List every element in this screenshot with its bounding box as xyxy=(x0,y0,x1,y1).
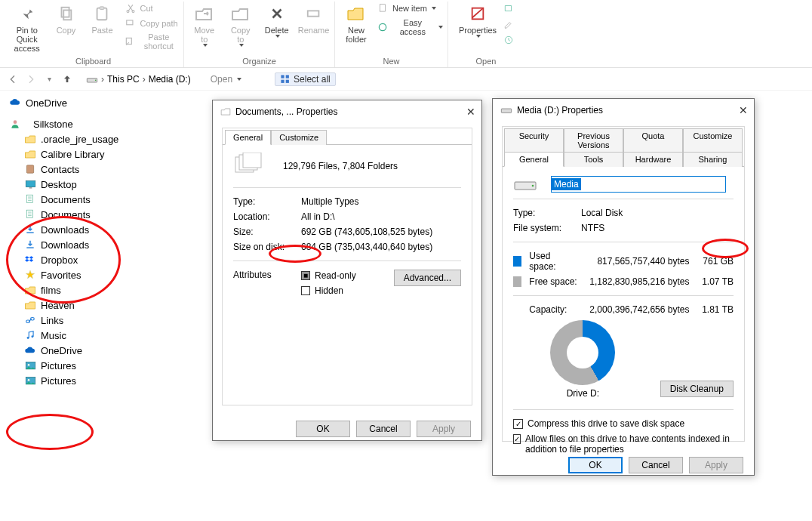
history-icon xyxy=(503,34,515,46)
advanced-button[interactable]: Advanced... xyxy=(394,270,461,286)
dialog-title-bar[interactable]: Media (D:) Properties ✕ xyxy=(493,99,754,122)
cancel-button[interactable]: Cancel xyxy=(356,421,411,437)
sidebar-item[interactable]: Desktop xyxy=(5,177,200,192)
paste-shortcut-button[interactable]: Paste shortcut xyxy=(123,32,180,51)
folder-icon xyxy=(220,107,231,116)
copy-path-button[interactable]: Copy path xyxy=(123,17,180,30)
desktop-icon xyxy=(24,178,36,190)
sidebar-item[interactable]: Music xyxy=(5,328,200,343)
svg-rect-22 xyxy=(29,187,32,188)
sidebar-item-onedrive-root[interactable]: OneDrive xyxy=(5,95,200,110)
select-all-label: Select all xyxy=(294,74,331,85)
tab-customize[interactable]: Customize xyxy=(683,128,743,152)
ribbon-label: Pin to Quick access xyxy=(9,26,45,53)
pin-to-quick-access-button[interactable]: Pin to Quick access xyxy=(6,2,48,54)
sidebar-item[interactable]: Downloads xyxy=(5,237,200,252)
tab-hardware[interactable]: Hardware xyxy=(623,152,683,167)
select-all-button[interactable]: Select all xyxy=(275,72,336,86)
dialog-title-bar[interactable]: Documents, ... Properties ✕ xyxy=(213,100,481,123)
hidden-checkbox[interactable]: Hidden xyxy=(301,285,343,296)
sidebar-item[interactable]: Heaven xyxy=(5,297,200,313)
new-folder-button[interactable]: New folder xyxy=(338,2,374,45)
open-small-button[interactable] xyxy=(501,2,516,15)
prop-key: Type: xyxy=(233,196,301,207)
properties-icon xyxy=(467,3,488,24)
shortcut-icon xyxy=(125,35,135,48)
tab-security[interactable]: Security xyxy=(504,128,564,152)
history-small-button[interactable] xyxy=(501,33,516,47)
used-gb: 761 GB xyxy=(697,256,734,267)
tab-sharing[interactable]: Sharing xyxy=(683,152,743,167)
index-checkbox[interactable]: ✓ Allow files on this drive to have cont… xyxy=(513,431,734,457)
close-button[interactable]: ✕ xyxy=(466,106,475,118)
svg-point-5 xyxy=(133,11,135,13)
sidebar-item[interactable]: Calibre Library xyxy=(5,146,200,162)
sidebar-item[interactable]: Pictures xyxy=(5,358,200,373)
sidebar-item[interactable]: OneDrive xyxy=(5,343,200,358)
back-button[interactable] xyxy=(6,72,20,86)
cap-bytes: 2,000,396,742,656 bytes xyxy=(586,304,689,315)
sidebar-item-user[interactable]: Silkstone xyxy=(5,116,200,131)
easy-access-button[interactable]: Easy access xyxy=(376,17,444,37)
cut-button[interactable]: Cut xyxy=(123,2,180,15)
rename-icon xyxy=(303,3,324,24)
forward-button[interactable] xyxy=(24,72,38,86)
tab-customize[interactable]: Customize xyxy=(271,130,327,145)
open-dropdown-label[interactable]: Open xyxy=(211,74,232,85)
tab-quota[interactable]: Quota xyxy=(623,128,683,152)
sidebar-item[interactable]: Downloads xyxy=(5,222,200,237)
prop-key: File system: xyxy=(513,223,581,233)
crumb-thispc[interactable]: This PC xyxy=(107,74,140,85)
open-icon xyxy=(503,2,515,14)
ribbon-label: Properties xyxy=(459,26,497,35)
sidebar-item[interactable]: Favorites xyxy=(5,267,200,282)
sidebar-item[interactable]: .oracle_jre_usage xyxy=(5,131,200,146)
move-to-button[interactable]: Move to xyxy=(186,2,223,48)
compress-checkbox[interactable]: ✓ Compress this drive to save disk space xyxy=(513,416,734,431)
sidebar-item[interactable]: films xyxy=(5,282,200,297)
folder-icon xyxy=(24,133,36,145)
up-button[interactable] xyxy=(60,72,74,86)
sidebar-item[interactable]: Links xyxy=(5,313,200,328)
cap-gb: 1.81 TB xyxy=(697,304,734,315)
sidebar-item[interactable]: Contacts xyxy=(5,162,200,177)
prop-val: All in D:\ xyxy=(301,211,461,222)
delete-button[interactable]: Delete xyxy=(259,2,295,39)
sidebar-item[interactable]: Documents xyxy=(5,192,200,207)
properties-button[interactable]: Properties xyxy=(456,2,500,39)
documents-icon xyxy=(24,193,36,205)
sidebar-item[interactable]: Documents xyxy=(5,207,200,222)
close-button[interactable]: ✕ xyxy=(739,104,748,116)
paste-button[interactable]: Paste xyxy=(84,2,120,36)
sidebar-item[interactable]: Pictures xyxy=(5,373,200,388)
ribbon-label: New folder xyxy=(346,26,367,44)
pin-icon xyxy=(17,3,38,24)
tab-general[interactable]: General xyxy=(504,152,564,167)
disk-cleanup-button[interactable]: Disk Cleanup xyxy=(660,381,734,397)
tab-previous-versions[interactable]: Previous Versions xyxy=(564,128,623,152)
svg-rect-1 xyxy=(64,10,72,20)
crumb-media[interactable]: Media (D:) xyxy=(149,74,191,85)
ok-button[interactable]: OK xyxy=(296,421,350,437)
move-icon xyxy=(194,3,215,24)
sidebar-label: Contacts xyxy=(41,164,79,175)
rename-button[interactable]: Rename xyxy=(295,2,333,36)
new-item-button[interactable]: New item xyxy=(376,2,444,15)
edit-small-button[interactable] xyxy=(501,17,516,31)
tab-tools[interactable]: Tools xyxy=(564,152,623,167)
free-swatch xyxy=(513,276,521,287)
copy-button[interactable]: Copy xyxy=(48,2,84,36)
svg-rect-18 xyxy=(286,79,289,82)
svg-point-14 xyxy=(95,79,97,81)
copy-to-button[interactable]: Copy to xyxy=(223,2,259,48)
sidebar-label: Calibre Library xyxy=(41,149,105,160)
apply-button[interactable]: Apply xyxy=(417,421,471,437)
sidebar-item[interactable]: Dropbox xyxy=(5,252,200,267)
tab-general[interactable]: General xyxy=(225,130,271,145)
svg-point-10 xyxy=(380,23,386,30)
readonly-checkbox[interactable]: ■Read-only xyxy=(301,270,356,281)
copy-path-icon xyxy=(125,17,137,29)
drive-name-field[interactable]: Media xyxy=(551,176,726,193)
breadcrumb[interactable]: › This PC › Media (D:) xyxy=(82,71,195,88)
recent-dropdown[interactable]: ▾ xyxy=(42,72,56,86)
